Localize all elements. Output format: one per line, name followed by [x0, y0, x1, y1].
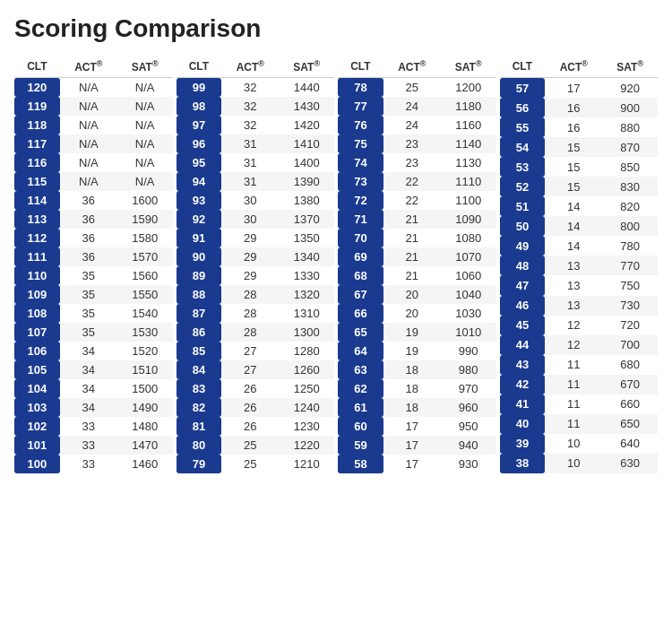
col-header-clt: CLT: [14, 56, 60, 78]
act-value: 24: [383, 97, 441, 116]
clt-value: 114: [14, 191, 60, 210]
sat-value: 1480: [117, 417, 173, 436]
act-value: 36: [60, 210, 117, 229]
col-header-act: ACT®: [383, 56, 441, 78]
clt-value: 76: [338, 116, 383, 134]
clt-value: 69: [338, 247, 383, 266]
clt-value: 84: [177, 360, 222, 379]
clt-value: 66: [338, 304, 383, 323]
sat-value: 950: [441, 417, 496, 436]
clt-value: 78: [338, 78, 383, 98]
table-row: 4613730: [500, 296, 659, 316]
act-value: 24: [383, 116, 441, 134]
clt-value: 68: [338, 266, 383, 285]
clt-value: 59: [338, 436, 383, 455]
sat-value: 1470: [117, 436, 173, 455]
clt-value: 112: [14, 229, 60, 247]
clt-value: 99: [177, 78, 222, 98]
sat-value: 1380: [279, 191, 334, 210]
act-value: 20: [383, 304, 441, 323]
clt-value: 111: [14, 247, 60, 266]
clt-value: 98: [177, 97, 222, 116]
table-row: 6318980: [338, 360, 496, 379]
sat-value: 1310: [279, 304, 334, 323]
sat-value: 1230: [279, 417, 334, 436]
clt-value: 107: [14, 323, 60, 342]
sat-value: 1390: [279, 172, 334, 191]
sat-value: 1220: [279, 436, 334, 455]
act-value: 25: [221, 455, 279, 473]
act-value: 16: [545, 98, 602, 117]
table-row: 5917940: [338, 436, 496, 455]
act-value: 33: [60, 436, 117, 455]
sat-value: 830: [602, 177, 658, 196]
sat-value: 980: [441, 360, 496, 379]
clt-value: 65: [338, 323, 383, 342]
table-row: 73221110: [338, 172, 496, 191]
clt-value: 41: [500, 394, 546, 414]
sat-value: 880: [602, 117, 658, 137]
table-row: 110351560: [14, 266, 173, 285]
sat-value: 1600: [117, 191, 173, 210]
table-row: 105341510: [14, 360, 173, 379]
act-value: 26: [221, 417, 279, 436]
act-value: 16: [545, 117, 602, 137]
table-row: 5516880: [500, 117, 659, 137]
table-row: 5215830: [500, 177, 659, 196]
table-row: 115N/AN/A: [14, 172, 173, 191]
sat-value: 1300: [279, 323, 334, 342]
sat-value: 780: [602, 236, 658, 256]
table-row: 76241160: [338, 116, 496, 134]
act-value: 17: [383, 417, 441, 436]
act-value: 11: [545, 394, 602, 414]
table-row: 113361590: [14, 210, 173, 229]
clt-value: 72: [338, 191, 383, 210]
sat-value: 680: [602, 355, 658, 375]
sat-value: N/A: [117, 153, 173, 172]
table-row: 5817930: [338, 455, 496, 473]
clt-value: 71: [338, 210, 383, 229]
act-value: 15: [545, 157, 602, 177]
sat-value: 1080: [441, 229, 496, 247]
act-value: 35: [60, 323, 117, 342]
act-value: 17: [383, 455, 441, 473]
sat-value: 1520: [117, 342, 173, 360]
act-value: 18: [383, 398, 441, 417]
act-value: 14: [545, 216, 602, 236]
sat-value: 1250: [279, 379, 334, 398]
sat-value: 1140: [441, 134, 496, 153]
clt-value: 56: [500, 98, 546, 117]
sat-value: 1370: [279, 210, 334, 229]
sat-value: 900: [602, 98, 658, 117]
sat-value: 1100: [441, 191, 496, 210]
table-row: 6218970: [338, 379, 496, 398]
table-row: 85271280: [177, 342, 335, 360]
act-value: 15: [545, 137, 602, 157]
sat-value: 1320: [279, 285, 334, 304]
act-value: 32: [221, 97, 279, 116]
clt-value: 43: [500, 355, 546, 375]
sat-value: N/A: [117, 97, 173, 116]
sat-value: 870: [602, 137, 658, 157]
col-header-sat: SAT®: [441, 56, 496, 78]
clt-value: 58: [338, 455, 383, 473]
act-value: 28: [221, 323, 279, 342]
clt-value: 53: [500, 157, 546, 177]
table-row: 88281320: [177, 285, 335, 304]
clt-value: 85: [177, 342, 222, 360]
tables-container: CLTACT®SAT®120N/AN/A119N/AN/A118N/AN/A11…: [14, 56, 658, 473]
act-value: N/A: [60, 153, 117, 172]
act-value: 30: [221, 191, 279, 210]
act-value: 33: [60, 417, 117, 436]
table-row: 5114820: [500, 196, 659, 216]
table-row: 3910640: [500, 434, 659, 454]
act-value: 34: [60, 379, 117, 398]
col-header-act: ACT®: [545, 56, 602, 78]
clt-value: 116: [14, 153, 60, 172]
table-row: 70211080: [338, 229, 496, 247]
sat-value: 960: [441, 398, 496, 417]
clt-value: 80: [177, 436, 222, 455]
sat-value: 1200: [441, 78, 496, 98]
sat-value: 750: [602, 275, 658, 295]
clt-value: 42: [500, 375, 546, 394]
